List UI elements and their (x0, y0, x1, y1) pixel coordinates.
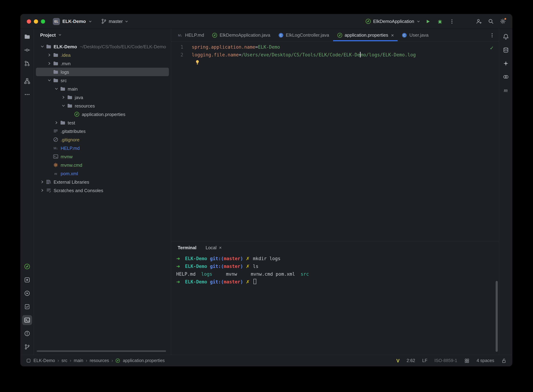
chevron-down-icon[interactable] (54, 86, 59, 92)
tree-item-elk-demo-root[interactable]: ELK-Demo ~/Desktop/CS/Tools/ELK/Code/ELK… (34, 42, 171, 51)
folder-icon (53, 69, 59, 75)
pull-requests-icon[interactable] (22, 59, 32, 68)
project-icon[interactable] (22, 32, 32, 42)
terminal-icon[interactable] (22, 315, 32, 325)
terminal-line-prompt: ➜ELK-Demogit:(master)✗ (176, 278, 499, 286)
close-icon[interactable]: × (219, 245, 222, 250)
tab-elkdemoapplication[interactable]: ElkDemoApplication.java (208, 29, 274, 41)
file-encoding[interactable]: ISO-8859-1 (435, 358, 457, 363)
project-path: ~/Desktop/CS/Tools/ELK/Code/ELK-Demo (80, 44, 166, 49)
add-user-button[interactable] (474, 17, 483, 26)
structure-icon[interactable] (22, 76, 32, 86)
breadcrumb-item[interactable]: main (74, 358, 83, 363)
maven-icon[interactable]: m (501, 85, 511, 95)
tree-item-gitignore[interactable]: .gitignore (34, 135, 171, 144)
project-panel: Project ELK-Demo ~/Desktop/CS/Tools/ELK/… (34, 29, 171, 355)
run-configuration-widget[interactable]: ElkDemoApplication (365, 18, 421, 24)
editor[interactable]: 1 spring.application.name=ELK-Demo 2 log… (171, 42, 499, 241)
tree-item-java[interactable]: java (34, 93, 171, 102)
chevron-right-icon[interactable] (54, 120, 59, 126)
tree-item-mvnw-cmd[interactable]: mvnw.cmd (34, 161, 171, 169)
folder-icon (46, 44, 51, 49)
project-widget[interactable]: EL ELK-Demo (53, 18, 93, 25)
close-icon[interactable]: × (391, 32, 394, 38)
zoom-window-button[interactable] (41, 19, 45, 23)
chevron-right-icon[interactable] (39, 179, 45, 185)
unlock-icon[interactable] (501, 358, 507, 363)
run-button[interactable] (423, 17, 433, 26)
tree-item-resources[interactable]: resources (34, 102, 171, 110)
tree-item-idea[interactable]: .idea (34, 51, 171, 59)
terminal-title[interactable]: Terminal (178, 245, 196, 250)
minimize-window-button[interactable] (34, 19, 38, 23)
breadcrumb-item[interactable]: application.properties (123, 358, 165, 363)
inspections-ok-icon[interactable]: ✓ (490, 44, 494, 52)
tree-item-pom-xml[interactable]: pom.xml (34, 169, 171, 178)
batch-file-icon (53, 162, 59, 168)
java-class-icon (278, 32, 284, 38)
build-icon[interactable] (22, 275, 32, 285)
ai-assistant-icon[interactable] (501, 59, 511, 68)
commit-icon[interactable] (22, 45, 32, 55)
folder-icon (53, 52, 59, 58)
terminal-tab-local[interactable]: Local × (206, 245, 222, 250)
tab-elklogcontroller[interactable]: ElkLogController.java (274, 29, 333, 41)
branch-widget[interactable]: master (101, 18, 129, 24)
tree-item-scratches[interactable]: Scratches and Consoles (34, 186, 171, 195)
ideavim-icon[interactable]: V (396, 358, 400, 363)
tree-item-logs[interactable]: logs (36, 68, 169, 76)
intention-bulb-icon[interactable] (195, 60, 200, 65)
settings-button[interactable] (498, 17, 507, 26)
indent-setting[interactable]: 4 spaces (477, 358, 494, 363)
chevron-down-icon[interactable] (61, 103, 66, 109)
run-tool-icon[interactable] (22, 288, 32, 298)
tab-help-md[interactable]: HELP.md (173, 29, 208, 41)
more-tool-windows-icon[interactable] (22, 89, 32, 99)
debug-button[interactable] (435, 17, 444, 26)
services-icon[interactable] (22, 261, 32, 271)
problems-icon[interactable] (22, 329, 32, 338)
git-branch-icon (101, 18, 107, 24)
chevron-right-icon[interactable] (47, 61, 52, 66)
tree-item-external-libraries[interactable]: External Libraries (34, 178, 171, 186)
tree-item-mvnw[interactable]: mvnw (34, 152, 171, 161)
line-separator[interactable]: LF (422, 358, 427, 363)
tree-item-mvn[interactable]: .mvn (34, 59, 171, 68)
chevron-right-icon[interactable] (47, 52, 52, 58)
database-icon[interactable] (501, 45, 511, 55)
close-window-button[interactable] (27, 19, 31, 23)
caret-position[interactable]: 2:62 (407, 358, 415, 363)
tree-item-application-properties[interactable]: application.properties (34, 110, 171, 118)
terminal-line: ➜ELK-Demogit:(master)✗mkdir logs (176, 255, 499, 263)
tree-item-src[interactable]: src (34, 76, 171, 85)
spring-properties-icon (337, 32, 342, 38)
project-panel-header[interactable]: Project (34, 29, 171, 41)
tab-options-icon[interactable] (487, 31, 497, 40)
tree-item-help-md[interactable]: HELP.md (34, 144, 171, 152)
breadcrumb-item[interactable]: src (61, 358, 67, 363)
grid-icon[interactable] (464, 358, 470, 363)
tab-application-properties[interactable]: application.properties × (333, 29, 398, 41)
chevron-down-icon[interactable] (39, 44, 45, 49)
tab-user-java[interactable]: User.java (398, 29, 432, 41)
tree-item-main[interactable]: main (34, 85, 171, 93)
vertical-scrollbar[interactable] (496, 281, 498, 352)
version-control-icon[interactable] (22, 342, 32, 352)
terminal-output[interactable]: ➜ELK-Demogit:(master)✗mkdir logs ➜ELK-De… (171, 253, 499, 355)
dependencies-icon[interactable] (501, 72, 511, 82)
tree-item-gitattributes[interactable]: .gitattributes (34, 127, 171, 135)
chevron-right-icon[interactable] (39, 187, 45, 193)
search-button[interactable] (486, 17, 495, 26)
breadcrumb-item[interactable]: resources (90, 358, 109, 363)
editor-column: HELP.md ElkDemoApplication.java ElkLogCo… (171, 29, 499, 355)
editor-tabbar: HELP.md ElkDemoApplication.java ElkLogCo… (171, 29, 499, 42)
chevron-down-icon[interactable] (47, 78, 52, 83)
notifications-icon[interactable] (501, 32, 511, 42)
update-badge (504, 18, 507, 20)
tree-item-test[interactable]: test (34, 118, 171, 127)
todo-icon[interactable] (22, 302, 32, 312)
breadcrumb-item[interactable]: ELK-Demo (33, 358, 55, 363)
chevron-right-icon[interactable] (61, 94, 66, 100)
more-actions-button[interactable] (447, 17, 457, 26)
horizontal-scrollbar[interactable] (37, 350, 166, 352)
